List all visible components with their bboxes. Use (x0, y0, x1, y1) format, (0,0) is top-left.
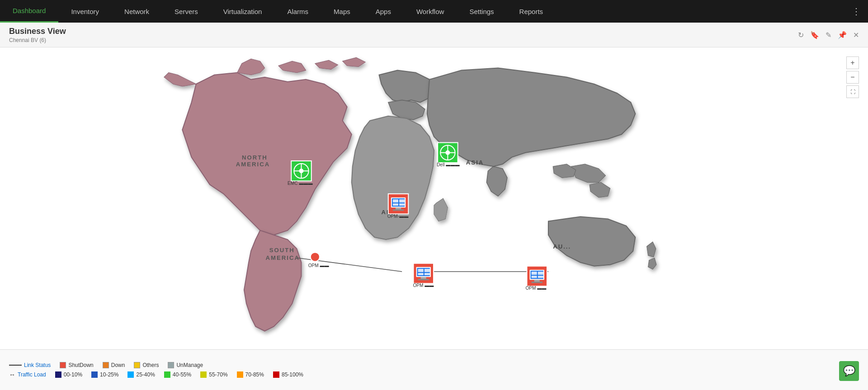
traffic-load-label[interactable]: Traffic Load (18, 371, 46, 378)
nav-network[interactable]: Network (112, 0, 162, 23)
bookmark-icon[interactable]: 🔖 (810, 31, 819, 39)
node-south-america-dot[interactable] (311, 252, 320, 261)
header-info: Business View Chennai BV (6) (9, 27, 66, 43)
nav-more-button[interactable]: ⋮ (844, 0, 868, 23)
node-north-america-label: EMC ▬▬▬ (288, 181, 313, 186)
pin-icon[interactable]: 📌 (838, 31, 847, 39)
zoom-fit-button[interactable]: ⛶ (846, 85, 859, 98)
legend-traffic-85-100: 85-100% (273, 371, 303, 378)
legend-traffic-40-55: 40-55% (164, 371, 191, 378)
legend-line-icon (9, 365, 22, 366)
legend-traffic-10-25: 10-25% (91, 371, 118, 378)
world-map-svg: NORTH AMERICA SOUTH AMERICA AFRICA ASIA … (0, 47, 868, 349)
node-africa-opm[interactable] (388, 194, 409, 214)
region-australia-label: AU... (553, 243, 571, 250)
nav-settings[interactable]: Settings (457, 0, 506, 23)
node-australia-label: OPM ▬▬ (525, 286, 547, 291)
svg-rect-38 (532, 282, 542, 283)
nav-alarms[interactable]: Alarms (274, 0, 321, 23)
nav-apps[interactable]: Apps (363, 0, 404, 23)
node-asia-label: Dell ▬▬▬ (437, 162, 460, 167)
svg-rect-35 (532, 276, 537, 278)
unmanage-label: UnManage (176, 362, 203, 368)
svg-rect-25 (425, 269, 430, 272)
shutdown-label: ShutDown (68, 362, 93, 368)
traffic-40-55-label: 40-55% (173, 371, 191, 378)
navbar: Dashboard Inventory Network Servers Virt… (0, 0, 868, 23)
svg-rect-24 (418, 269, 424, 272)
legend-traffic-55-70: 55-70% (200, 371, 227, 378)
legend-traffic-25-40: 25-40% (127, 371, 155, 378)
legend-unmanage-item: UnManage (168, 362, 203, 368)
svg-rect-16 (399, 199, 405, 202)
footer-legend: Link Status ShutDown Down Others UnManag… (0, 349, 868, 390)
svg-rect-29 (418, 279, 429, 280)
traffic-70-85-label: 70-85% (245, 371, 264, 378)
header-bar: Business View Chennai BV (6) ↻ 🔖 ✎ 📌 ✕ (0, 23, 868, 47)
nav-inventory[interactable]: Inventory (58, 0, 112, 23)
svg-rect-18 (399, 203, 405, 206)
region-north-america-label2: AMERICA (236, 161, 270, 168)
zoom-in-button[interactable]: + (846, 56, 859, 69)
region-asia-label: ASIA (466, 159, 484, 166)
node-north-america[interactable] (291, 161, 311, 181)
region-south-america-label: SOUTH (269, 247, 295, 254)
traffic-70-85-box (237, 371, 243, 378)
link-status-label[interactable]: Link Status (24, 362, 51, 368)
traffic-25-40-box (127, 371, 134, 378)
traffic-10-25-label: 10-25% (100, 371, 118, 378)
chat-button[interactable]: 💬 (839, 361, 859, 381)
nav-reports[interactable]: Reports (507, 0, 556, 23)
svg-rect-15 (393, 199, 398, 202)
nav-servers[interactable]: Servers (162, 0, 211, 23)
region-north-america-label: NORTH (242, 154, 268, 161)
legend-shutdown-item: ShutDown (60, 362, 93, 368)
node-africa-opm-label: OPM-▬▬ (387, 214, 409, 219)
traffic-arrow-icon: ↔ (9, 371, 15, 378)
svg-rect-17 (393, 203, 398, 206)
svg-rect-37 (534, 280, 540, 282)
traffic-55-70-label: 55-70% (209, 371, 227, 378)
svg-rect-20 (393, 209, 404, 211)
shutdown-color-box (60, 362, 66, 368)
chat-icon: 💬 (843, 365, 855, 377)
down-label: Down (111, 362, 125, 368)
svg-rect-36 (538, 276, 543, 278)
legend-down-item: Down (103, 362, 125, 368)
map-area: NORTH AMERICA SOUTH AMERICA AFRICA ASIA … (0, 47, 868, 349)
nav-maps[interactable]: Maps (321, 0, 363, 23)
svg-rect-33 (532, 272, 537, 275)
region-south-america-label2: AMERICA (266, 254, 300, 261)
legend-traffic-row: ↔ Traffic Load 00-10% 10-25% 25-40% 40-5… (9, 371, 859, 378)
page-title: Business View (9, 27, 66, 36)
others-label: Others (142, 362, 159, 368)
nav-dashboard[interactable]: Dashboard (0, 0, 58, 23)
legend-link-status-item: Link Status (9, 362, 51, 368)
refresh-icon[interactable]: ↻ (798, 31, 804, 39)
node-australia[interactable] (527, 266, 547, 287)
edit-icon[interactable]: ✎ (826, 31, 831, 39)
legend-others-item: Others (134, 362, 159, 368)
unmanage-color-box (168, 362, 174, 368)
zoom-controls: + − ⛶ (846, 56, 859, 98)
svg-rect-28 (421, 277, 426, 279)
others-color-box (134, 362, 140, 368)
traffic-00-10-box (55, 371, 61, 378)
traffic-40-55-box (164, 371, 170, 378)
svg-rect-19 (396, 207, 401, 209)
svg-rect-27 (425, 273, 430, 275)
node-south-africa[interactable] (413, 263, 434, 284)
down-color-box (103, 362, 109, 368)
traffic-55-70-box (200, 371, 207, 378)
traffic-10-25-box (91, 371, 98, 378)
nav-workflow[interactable]: Workflow (404, 0, 457, 23)
close-icon[interactable]: ✕ (853, 31, 859, 39)
zoom-out-button[interactable]: − (846, 71, 859, 84)
node-south-africa-label: OPM ▬▬ (413, 283, 434, 288)
legend-traffic-00-10: 00-10% (55, 371, 82, 378)
node-asia[interactable] (438, 143, 458, 163)
svg-rect-26 (418, 273, 424, 275)
traffic-25-40-label: 25-40% (136, 371, 155, 378)
traffic-00-10-label: 00-10% (64, 371, 82, 378)
nav-virtualization[interactable]: Virtualization (211, 0, 275, 23)
